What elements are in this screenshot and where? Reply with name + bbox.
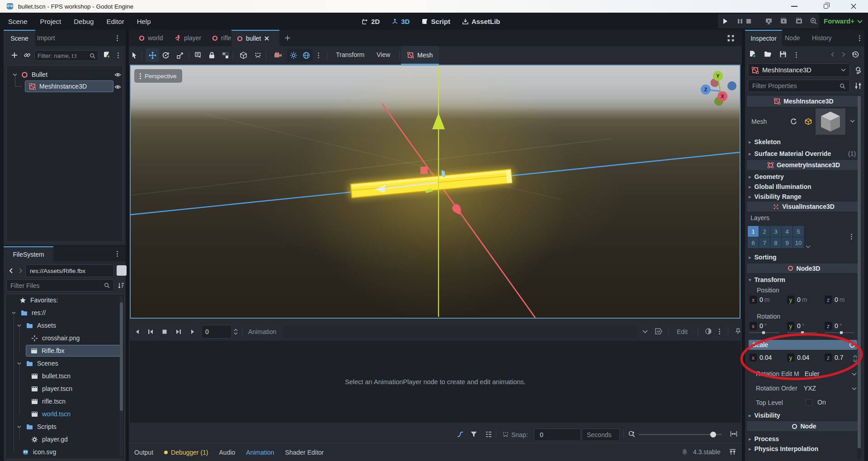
instance-scene-icon[interactable] xyxy=(24,52,31,59)
add-node-icon[interactable] xyxy=(11,52,18,59)
inspector-tools-icon[interactable] xyxy=(854,82,862,89)
load-resource-icon[interactable] xyxy=(764,51,772,57)
scene-dock-menu-icon[interactable] xyxy=(117,35,118,41)
renderer-select[interactable]: Forward+ xyxy=(824,17,854,25)
position-y-field[interactable]: y0m xyxy=(787,296,822,304)
snap-icon[interactable] xyxy=(254,52,262,59)
category-node[interactable]: Node xyxy=(747,421,861,431)
layers-grid[interactable]: 1 2 3 4 5 6 7 8 9 10 xyxy=(748,226,804,248)
onion-skinning-icon[interactable] xyxy=(705,328,712,335)
scene-tree-menu-icon[interactable] xyxy=(118,52,119,58)
fs-item-bullet-tscn[interactable]: bullet.tscn xyxy=(6,370,124,382)
rotation-x-field[interactable]: x0° xyxy=(750,322,784,333)
close-tab-icon[interactable] xyxy=(264,36,269,41)
tab-node[interactable]: Node xyxy=(785,30,800,46)
view-menu[interactable]: View xyxy=(377,51,390,58)
menu-help[interactable]: Help xyxy=(137,18,151,25)
top-level-checkbox[interactable] xyxy=(806,399,812,406)
group-geometry[interactable]: ▸Geometry xyxy=(747,172,861,182)
anim-next-icon[interactable] xyxy=(175,329,182,335)
sun-env-menu-icon[interactable] xyxy=(318,52,319,58)
tab-import[interactable]: Import xyxy=(37,30,55,46)
grouped-tracks-icon[interactable] xyxy=(485,431,492,438)
reset-icon[interactable] xyxy=(790,118,797,125)
autoplay-icon[interactable]: A xyxy=(655,328,663,335)
anim-dropdown-chevron-icon[interactable] xyxy=(642,330,648,334)
category-node3d[interactable]: Node3D xyxy=(747,263,861,273)
remote-debug-icon[interactable] xyxy=(765,17,773,25)
bottombar-output[interactable]: Output xyxy=(134,449,153,456)
layer-1[interactable]: 1 xyxy=(748,226,759,237)
layers-expand-chevron-icon[interactable] xyxy=(806,245,811,249)
group-physics-interpolation[interactable]: ▸Physics Interpolation xyxy=(747,444,861,454)
tab-inspector[interactable]: Inspector xyxy=(745,30,782,46)
rotation-edit-mode-row[interactable]: Rotation Edit M Euler xyxy=(747,368,861,380)
workspace-2d[interactable]: 2D xyxy=(362,18,380,25)
spin-arrows-icon[interactable] xyxy=(234,329,238,335)
reset-icon[interactable] xyxy=(849,342,855,348)
group-global-illumination[interactable]: ▸Global Illumination xyxy=(747,182,861,192)
history-back-icon[interactable] xyxy=(830,52,835,57)
group-icon[interactable] xyxy=(222,52,229,59)
group-transform[interactable]: ▾Transform xyxy=(747,275,861,285)
fs-item-world-tscn[interactable]: world.tscn xyxy=(6,408,124,420)
perspective-button[interactable]: Perspective xyxy=(134,69,182,83)
nav-back-icon[interactable] xyxy=(8,268,14,274)
bell-icon[interactable] xyxy=(681,448,688,456)
anim-prev-icon[interactable] xyxy=(147,329,154,335)
menu-project[interactable]: Project xyxy=(40,18,61,25)
bottombar-debugger[interactable]: Debugger (1) xyxy=(164,449,208,456)
history-forward-icon[interactable] xyxy=(841,52,846,57)
scenetab-world[interactable]: world xyxy=(132,30,169,46)
lock-icon[interactable] xyxy=(208,52,215,59)
rotation-order-row[interactable]: Rotation Order YXZ xyxy=(747,382,861,394)
profiler-icon[interactable] xyxy=(810,17,817,25)
position-x-field[interactable]: x0m xyxy=(750,296,784,304)
preview-sun-button[interactable] xyxy=(287,49,300,61)
layer-6[interactable]: 6 xyxy=(748,237,759,248)
move-tool-button[interactable] xyxy=(146,48,159,62)
scenetab-player[interactable]: player xyxy=(169,30,208,46)
layer-3[interactable]: 3 xyxy=(770,226,781,237)
fs-item-player-gd[interactable]: player.gd xyxy=(6,433,124,445)
inspector-menu-icon[interactable] xyxy=(859,35,860,41)
scale-x-field[interactable]: x0.04 xyxy=(750,353,784,362)
scenetab-bullet[interactable]: bullet xyxy=(231,30,279,46)
menu-scene[interactable]: Scene xyxy=(8,18,28,25)
group-sorting[interactable]: ▸Sorting xyxy=(747,252,861,262)
layer-4[interactable]: 4 xyxy=(782,226,793,237)
transform-menu[interactable]: Transform xyxy=(336,51,364,58)
tab-history[interactable]: History xyxy=(812,30,832,46)
minimize-button[interactable] xyxy=(791,6,797,7)
layer-10[interactable]: 10 xyxy=(793,237,804,248)
anim-frame-spinbox[interactable]: 0 xyxy=(201,325,232,339)
node-selector[interactable]: MeshInstance3D xyxy=(748,63,850,77)
scale-y-field[interactable]: y0.04 xyxy=(787,353,822,362)
movie-writer-icon[interactable] xyxy=(780,17,788,25)
workspace-3d[interactable]: 3D xyxy=(392,18,410,25)
scale-tool-icon[interactable] xyxy=(176,52,184,59)
bottombar-audio[interactable]: Audio xyxy=(219,449,236,456)
tab-filesystem[interactable]: FileSystem xyxy=(4,246,53,261)
bezier-curves-icon[interactable] xyxy=(457,431,464,438)
expand-viewport-icon[interactable] xyxy=(727,35,734,42)
layer-7[interactable]: 7 xyxy=(759,237,770,248)
viewport-3d[interactable]: Y Z X Perspective xyxy=(130,65,741,319)
preview-environment-button[interactable] xyxy=(300,49,312,61)
fs-item-favorites[interactable]: Favorites: xyxy=(6,294,124,306)
play-button[interactable] xyxy=(722,18,729,25)
tab-scene[interactable]: Scene xyxy=(4,30,35,46)
category-geometryinstance3d[interactable]: GeometryInstance3D xyxy=(747,160,861,170)
bottombar-shader[interactable]: Shader Editor xyxy=(285,449,324,456)
position-z-field[interactable]: z0m xyxy=(825,296,859,304)
rotation-z-field[interactable]: z0° xyxy=(825,322,859,333)
save-icon[interactable] xyxy=(779,51,787,58)
inspector-filter-input[interactable]: Filter Properties xyxy=(748,80,850,92)
stop-button[interactable] xyxy=(745,18,752,25)
pin-icon[interactable] xyxy=(735,328,741,335)
layer-2[interactable]: 2 xyxy=(759,226,770,237)
zoom-slider[interactable] xyxy=(639,434,722,435)
fs-item-rifle[interactable]: Rifle.fbx xyxy=(26,345,123,357)
new-resource-icon[interactable] xyxy=(749,50,756,58)
anim-edit-button[interactable]: Edit xyxy=(677,328,688,335)
